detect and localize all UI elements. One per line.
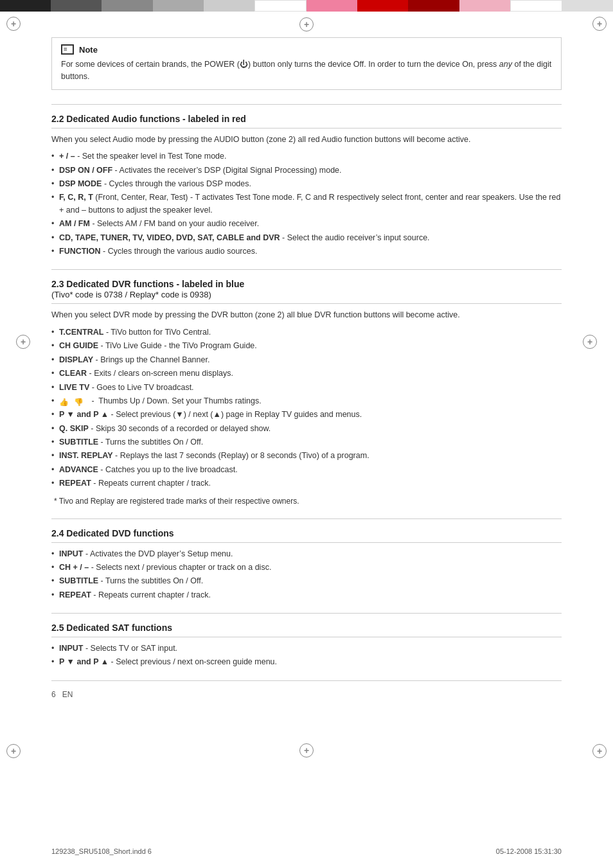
thumbs-up-icon: 👍 — [59, 397, 71, 406]
reg-mark-right-bottom — [592, 744, 607, 758]
reg-mark-center-bottom — [299, 743, 314, 757]
section-2-2-list: + / – - Set the speaker level in Test To… — [51, 150, 562, 258]
color-segment-pink — [306, 0, 357, 12]
color-segment-white — [254, 0, 306, 12]
section-2-2: 2.2 Dedicated Audio functions - labeled … — [51, 114, 562, 258]
list-item: REPEAT - Repeats current chapter / track… — [51, 477, 562, 490]
list-item: INPUT - Selects TV or SAT input. — [51, 642, 562, 655]
color-segment-black — [0, 0, 51, 12]
list-item: Q. SKIP - Skips 30 seconds of a recorded… — [51, 423, 562, 435]
divider-4 — [51, 613, 562, 614]
list-item: SUBTITLE - Turns the subtitles On / Off. — [51, 575, 562, 587]
section-2-2-intro: When you select Audio mode by pressing t… — [51, 134, 562, 146]
reg-mark-left-bottom — [6, 744, 21, 758]
color-segment-dark-gray — [51, 0, 102, 12]
reg-marks-top — [0, 12, 613, 37]
section-2-5-list: INPUT - Selects TV or SAT input. P ▼ and… — [51, 642, 562, 669]
list-item: CD, TAPE, TUNER, TV, VIDEO, DVD, SAT, CA… — [51, 232, 562, 244]
note-label: Note — [79, 45, 98, 55]
bottom-bar: 129238_SRU5108_Short.indd 6 05-12-2008 1… — [0, 847, 613, 855]
reg-mark-center-top — [299, 17, 314, 31]
reg-mark-right-top — [592, 17, 607, 31]
divider-3 — [51, 518, 562, 519]
list-item: CH + / – - Selects next / previous chapt… — [51, 562, 562, 574]
reg-mark-left-mid — [16, 335, 30, 349]
color-segment-dark-red — [408, 0, 459, 12]
list-item: T.CENTRAL - TiVo button for TiVo Central… — [51, 326, 562, 339]
note-text: For some devices of certain brands, the … — [61, 58, 552, 83]
page-wrapper: Note For some devices of certain brands,… — [0, 0, 613, 868]
color-segment-light-gray — [153, 0, 204, 12]
section-2-3-intro: When you select DVR mode by pressing the… — [51, 309, 562, 321]
list-item: INPUT - Activates the DVD player’s Setup… — [51, 548, 562, 560]
section-2-5-heading: 2.5 Dedicated SAT functions — [51, 623, 562, 637]
page-number-area: 6 EN — [51, 690, 562, 699]
list-item: 👍 👎 - Thumbs Up / Down. Set your Thumbs … — [51, 395, 562, 407]
color-bar — [0, 0, 613, 12]
list-item: P ▼ and P ▲ - Select previous / next on-… — [51, 656, 562, 668]
divider-5 — [51, 680, 562, 681]
section-2-3-subheading: (Tivo* code is 0738 / Replay* code is 09… — [51, 290, 211, 299]
list-item: DSP MODE - Cycles through the various DS… — [51, 178, 562, 190]
list-item: CH GUIDE - TiVo Live Guide - the TiVo Pr… — [51, 340, 562, 352]
footer-date-info: 05-12-2008 15:31:30 — [496, 847, 562, 855]
color-segment-gray — [102, 0, 152, 12]
color-segment-pale-gray — [562, 0, 613, 12]
section-2-4-list: INPUT - Activates the DVD player’s Setup… — [51, 548, 562, 602]
list-item: CLEAR - Exits / clears on-screen menu di… — [51, 368, 562, 380]
section-2-2-heading: 2.2 Dedicated Audio functions - labeled … — [51, 114, 562, 128]
note-icon — [61, 44, 74, 55]
reg-mark-left — [6, 17, 21, 31]
list-item: ADVANCE - Catches you up to the live bro… — [51, 464, 562, 476]
page-number: 6 — [51, 690, 56, 699]
list-item: FUNCTION - Cycles through the various au… — [51, 245, 562, 258]
footnote-tivo: * Tivo and Replay are registered trade m… — [51, 495, 562, 507]
list-item: LIVE TV - Goes to Live TV broadcast. — [51, 382, 562, 394]
section-2-3-title: 2.3 Dedicated DVR functions - labeled in… — [51, 279, 244, 299]
divider-2 — [51, 269, 562, 270]
section-2-3-heading: 2.3 Dedicated DVR functions - labeled in… — [51, 279, 562, 304]
list-item: SUBTITLE - Turns the subtitles On / Off. — [51, 436, 562, 448]
section-2-3: 2.3 Dedicated DVR functions - labeled in… — [51, 279, 562, 506]
section-2-3-list: T.CENTRAL - TiVo button for TiVo Central… — [51, 326, 562, 490]
color-segment-lighter-gray — [204, 0, 254, 12]
color-segment-red — [357, 0, 408, 12]
section-2-2-title: 2.2 Dedicated Audio functions - labeled … — [51, 114, 246, 124]
section-2-4: 2.4 Dedicated DVD functions INPUT - Acti… — [51, 528, 562, 602]
list-item: + / – - Set the speaker level in Test To… — [51, 150, 562, 163]
reg-marks-bottom — [0, 738, 613, 763]
list-item: AM / FM - Selects AM / FM band on your a… — [51, 218, 562, 230]
reg-mark-right-mid — [583, 335, 597, 349]
page-lang: EN — [62, 690, 73, 699]
section-2-5: 2.5 Dedicated SAT functions INPUT - Sele… — [51, 623, 562, 669]
list-item: INST. REPLAY - Replays the last 7 second… — [51, 450, 562, 462]
color-segment-light-pink — [459, 0, 510, 12]
list-item: P ▼ and P ▲ - Select previous (▼) / next… — [51, 409, 562, 421]
color-segment-white2 — [510, 0, 562, 12]
thumbs-down-icon: 👎 — [74, 397, 85, 406]
note-box: Note For some devices of certain brands,… — [51, 37, 562, 90]
list-item: REPEAT - Repeats current chapter / track… — [51, 589, 562, 601]
list-item: F, C, R, T (Front, Center, Rear, Test) -… — [51, 191, 562, 217]
list-item: DSP ON / OFF - Activates the receiver’s … — [51, 164, 562, 177]
svg-text:👎: 👎 — [74, 397, 84, 406]
main-content: Note For some devices of certain brands,… — [0, 37, 613, 725]
note-header: Note — [61, 44, 552, 55]
section-2-4-heading: 2.4 Dedicated DVD functions — [51, 528, 562, 543]
list-item: DISPLAY - Brings up the Channel Banner. — [51, 354, 562, 366]
section-2-3-body: When you select DVR mode by pressing the… — [51, 309, 562, 506]
footer-file-info: 129238_SRU5108_Short.indd 6 — [51, 847, 152, 855]
divider-1 — [51, 104, 562, 105]
svg-text:👍: 👍 — [59, 397, 69, 406]
